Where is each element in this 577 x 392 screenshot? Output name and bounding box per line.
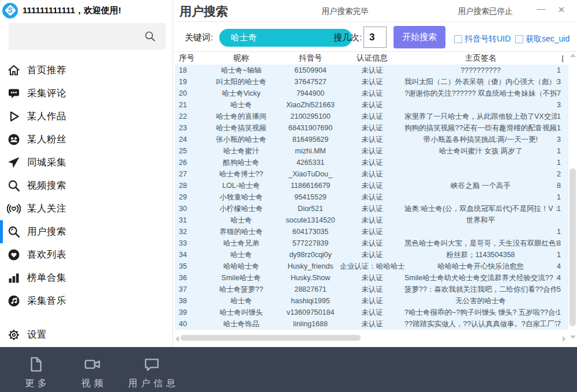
table-row[interactable]: 36 Smile哈士奇 Husky.Show 未认证 Smile哈士奇幼犬哈士奇… xyxy=(175,272,568,284)
table-row[interactable]: 30 小柠檬哈士奇 Dior521 未认证 迪奥:哈士奇(公，双血统冠军后代)不… xyxy=(175,203,568,214)
table-row[interactable]: 21 哈士奇 XiaoZhi521663 未认证 3 xyxy=(175,99,568,111)
camera-icon xyxy=(83,355,102,374)
horizontal-scrollbar[interactable] xyxy=(175,334,568,342)
table-row[interactable]: 26 酷狗哈士奇 4265331 未认证 1 xyxy=(175,157,568,168)
sidebar-search-input[interactable] xyxy=(13,25,140,47)
table-row[interactable]: 19 叫太阳的哈士奇 37647527 未认证 我叫太阳（二）外表呆萌（傻）内心… xyxy=(175,76,568,88)
table-row[interactable]: 37 哈士奇菠萝?? 28827671 未认证 菠萝??：喜欢我就关注我吧，二给… xyxy=(175,284,568,295)
bubble-icon xyxy=(143,355,161,374)
table-row[interactable]: 31 哈士奇 socute1314520 未认证 世界和平 xyxy=(175,214,568,226)
secuid-checkbox[interactable] xyxy=(515,35,523,43)
sidebar-item[interactable]: 某人粉丝 xyxy=(0,128,173,151)
table-row[interactable]: 40 哈士奇饰品 linling1688 未认证 ??踏踏实实做人，??认认真真… xyxy=(175,318,568,330)
keyword-label: 关键词: xyxy=(185,32,213,43)
table-row[interactable]: 29 小牧童哈士奇 95415529 未认证 1 xyxy=(175,191,568,203)
gear-icon xyxy=(8,329,20,341)
col-header-signature: 主页签名 xyxy=(404,52,557,65)
search-icon[interactable] xyxy=(144,30,156,43)
col-header-nickname: 昵称 xyxy=(201,52,281,65)
col-header-douyin-id: 抖音号 xyxy=(281,52,340,65)
table-row[interactable]: 32 养猫的哈士奇 604173035 未认证 1 xyxy=(175,226,568,238)
search-count-label: 搜几次: xyxy=(334,32,362,43)
sidebar-header: S 111111111111，欢迎使用! xyxy=(2,2,121,19)
close-button[interactable]: ✕ xyxy=(555,5,568,18)
table-row[interactable]: 27 哈士奇博士?? _XiaoTuDou_ 未认证 2 xyxy=(175,168,568,180)
bottom-toolbar: 更多 视频 用户信息 xyxy=(0,347,577,392)
scroll-up-icon[interactable] xyxy=(570,54,576,57)
secuid-checkbox-label[interactable]: 获取sec_uid xyxy=(526,34,569,44)
main-panel: 用户搜索 用户搜索完毕 用户搜索已停止 — ✕ 关键词: 搜几次: 开始搜索 抖… xyxy=(174,0,577,347)
col-header-cert: 认证信息 xyxy=(340,52,404,65)
home-icon xyxy=(7,63,21,77)
table-row[interactable]: 35 哈哈哈士奇 Husky_friends 企业认证：哈哈哈士... 哈哈哈士… xyxy=(175,261,568,272)
table-row[interactable]: 18 哈士奇~轴轴 61509904 未认证 ?????????? 1 xyxy=(175,65,568,76)
sidebar-item[interactable]: 用户搜索 xyxy=(0,220,173,243)
titlebar: 用户搜索 用户搜索完毕 用户搜索已停止 — ✕ xyxy=(174,0,577,22)
status-search-stopped: 用户搜索已停止 xyxy=(442,6,529,17)
horizontal-scrollbar-thumb[interactable] xyxy=(181,335,361,341)
sidebar-item-settings[interactable]: 设置 xyxy=(0,323,173,346)
app-window: S 111111111111，欢迎使用! 首页推荐 采集评论 xyxy=(0,0,577,392)
vertical-scrollbar[interactable] xyxy=(568,52,577,341)
table-row[interactable]: 24 张小瓶的哈士奇 816495629 未认证 带小瓶盖各种搞笑挑战:两/一天… xyxy=(175,134,568,145)
sidebar-item[interactable]: 喜欢列表 xyxy=(0,243,173,266)
sidebar-item[interactable]: 榜单合集 xyxy=(0,266,173,289)
scroll-down-icon[interactable] xyxy=(570,336,576,339)
sidebar-item[interactable]: 某人作品 xyxy=(0,105,173,128)
chart-bars-icon xyxy=(7,271,21,285)
toolbar-item[interactable]: 视频 xyxy=(74,355,111,390)
uid-checkbox-label[interactable]: 抖音号转UID xyxy=(464,34,511,44)
table-row[interactable]: 33 哈士奇兄弟 577227839 未认证 黑色哈士奇叫大宝，是哥哥，天生没有… xyxy=(175,238,568,249)
search-icon xyxy=(7,179,21,193)
table-row[interactable]: 28 LOL-哈士奇 1186616679 未认证 峡谷之巅 一个高手 8 xyxy=(175,180,568,191)
app-logo-icon: S xyxy=(2,3,18,18)
heart-circle-icon xyxy=(7,248,21,262)
minimize-button[interactable]: — xyxy=(535,3,548,17)
vertical-scrollbar-thumb[interactable] xyxy=(569,168,576,326)
toolbar-item[interactable]: 用户信息 xyxy=(126,355,178,390)
keyword-input[interactable] xyxy=(219,29,352,47)
sidebar-item[interactable]: 同城采集 xyxy=(0,151,173,174)
sidebar-item[interactable]: 采集评论 xyxy=(0,82,173,105)
col-header-partial: | xyxy=(557,52,568,65)
nav-arrow-icon xyxy=(7,156,21,169)
welcome-text: 111111111111，欢迎使用! xyxy=(23,5,121,16)
follow-icon xyxy=(7,202,21,216)
status-search-done: 用户搜索完毕 xyxy=(302,6,388,17)
sidebar-item[interactable]: 视频搜索 xyxy=(0,174,173,197)
table-row[interactable]: 39 哈士奇叫馒头 v13609750184 未认证 ?哈士奇很乖的~?狗子叫馒… xyxy=(175,307,568,318)
table-row[interactable]: 34 哈士奇 dy98rz0cqi0y 未认证 粉丝群；1143504358 1 xyxy=(175,249,568,261)
table-row[interactable]: 23 哈士奇搞笑视频 68431907690 未认证 狗狗的搞笑视频??还有一些… xyxy=(175,122,568,134)
table-row[interactable]: 22 哈士奇的直播间 2100295100 未认证 家里养了一只哈士奇，从此跟他… xyxy=(175,111,568,122)
play-icon xyxy=(7,110,21,123)
table-row[interactable]: 38 哈士奇 hashiqi1995 未认证 无公害的哈士奇 xyxy=(175,295,568,307)
music-circle-icon xyxy=(7,294,21,308)
table-row[interactable]: 25 哈士奇蜜汁 mizhi.MM 未认证 哈士奇叫蜜汁 女孩 两岁了 1 xyxy=(175,145,568,157)
file-icon xyxy=(27,355,45,374)
sidebar-item[interactable]: 采集音乐 xyxy=(0,289,173,312)
sidebar-nav: 首页推荐 采集评论 某人作品 某人粉丝 xyxy=(0,59,173,312)
scroll-right-icon[interactable] xyxy=(563,336,566,342)
fans-icon xyxy=(7,133,21,146)
table-header: 序号 昵称 抖音号 认证信息 主页签名 | xyxy=(175,52,568,65)
page-title: 用户搜索 xyxy=(179,3,228,20)
results-table: 18 哈士奇~轴轴 61509904 未认证 ?????????? 1 19 叫… xyxy=(175,65,568,330)
sidebar-item[interactable]: 首页推荐 xyxy=(0,59,173,82)
sidebar-search-box[interactable] xyxy=(9,23,166,50)
comment-icon xyxy=(7,86,21,100)
search-form: 关键词: 搜几次: 开始搜索 抖音号转UID 获取sec_uid xyxy=(174,22,577,52)
toolbar-item[interactable]: 更多 xyxy=(17,355,54,390)
scroll-left-icon[interactable] xyxy=(175,336,179,342)
search-count-input[interactable] xyxy=(364,27,387,48)
col-header-index: 序号 xyxy=(175,52,201,65)
table-row[interactable]: 20 哈士奇Vicky 7944900 未认证 ?谢谢你的关注?????? 双血… xyxy=(175,88,568,99)
sidebar-item[interactable]: 某人关注 xyxy=(0,197,173,220)
sidebar: S 111111111111，欢迎使用! 首页推荐 采集评论 xyxy=(0,0,173,347)
start-search-button[interactable]: 开始搜索 xyxy=(394,26,445,48)
user-search-icon xyxy=(7,225,21,239)
uid-checkbox[interactable] xyxy=(454,35,462,43)
